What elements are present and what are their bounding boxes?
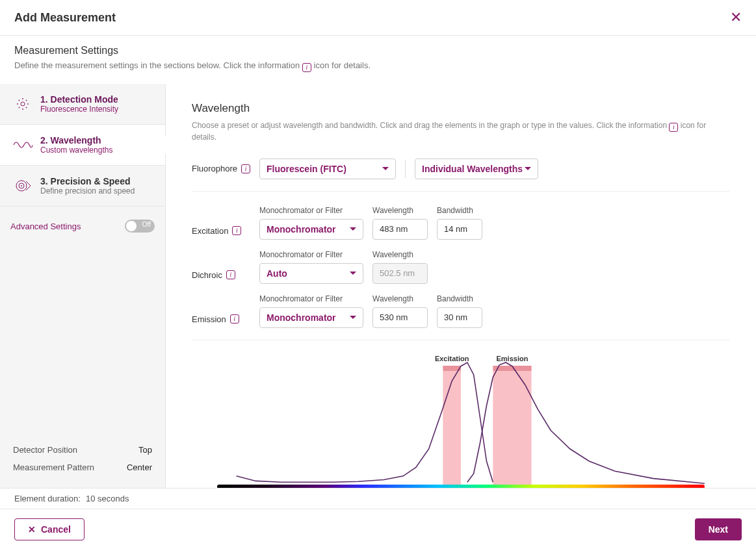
main-panel: Wavelength Choose a preset or adjust wav… xyxy=(166,84,756,488)
svg-point-0 xyxy=(21,102,25,106)
spectrum-chart[interactable]: ExcitationEmission3003504004505005506006… xyxy=(192,349,730,488)
emission-label: Emission i xyxy=(192,314,250,324)
excitation-mono-select[interactable]: Monochromator xyxy=(259,219,363,240)
emission-bandwidth-input[interactable]: 30 nm xyxy=(437,307,482,328)
step-detection-mode[interactable]: 1. Detection Mode Fluorescence Intensity xyxy=(0,84,165,125)
settings-desc-post: icon for details. xyxy=(311,60,371,70)
svg-rect-15 xyxy=(493,366,531,486)
chart-svg: ExcitationEmission3003504004505005506006… xyxy=(192,349,730,488)
dialog-footer: ✕ Cancel Next xyxy=(0,509,756,545)
emission-wavelength-value: 530 nm xyxy=(380,312,408,322)
svg-point-3 xyxy=(17,103,18,104)
info-icon[interactable]: i xyxy=(230,314,239,323)
panel-desc: Choose a preset or adjust wavelength and… xyxy=(192,120,730,143)
excitation-wavelength-input[interactable]: 483 nm xyxy=(372,219,428,240)
svg-point-2 xyxy=(22,108,23,109)
measurement-pattern-label: Measurement Pattern xyxy=(13,463,94,472)
step-title: 3. Precision & Speed xyxy=(40,176,135,186)
next-button[interactable]: Next xyxy=(695,518,742,540)
toggle-state: Off xyxy=(142,221,151,228)
panel-title: Wavelength xyxy=(192,102,730,115)
excitation-row: Excitation i Monochromator or Filter Mon… xyxy=(192,201,730,245)
svg-point-5 xyxy=(19,100,20,101)
advanced-settings-label: Advanced Settings xyxy=(10,222,81,231)
close-icon[interactable]: ✕ xyxy=(730,9,742,26)
divider xyxy=(405,160,406,178)
measurement-pattern-value: Center xyxy=(127,463,152,472)
dichroic-label: Dichroic i xyxy=(192,270,250,280)
emission-mono-value: Monochromator xyxy=(267,312,336,323)
info-icon[interactable]: i xyxy=(241,164,250,173)
step-precision-speed[interactable]: 3. Precision & Speed Define precision an… xyxy=(0,166,165,207)
settings-desc: Define the measurement settings in the s… xyxy=(14,60,742,72)
step-wavelength[interactable]: 2. Wavelength Custom wavelengths xyxy=(0,125,165,166)
toggle-knob xyxy=(126,221,137,231)
step-title: 2. Wavelength xyxy=(40,135,112,146)
settings-title: Measurement Settings xyxy=(14,45,742,57)
detection-mode-icon xyxy=(13,94,33,114)
svg-text:Excitation: Excitation xyxy=(435,355,469,362)
fluorophore-value: Fluorescein (FITC) xyxy=(267,164,346,174)
emission-wavelength-input[interactable]: 530 nm xyxy=(372,307,428,328)
svg-point-1 xyxy=(22,98,23,99)
excitation-wavelength-value: 483 nm xyxy=(380,224,408,234)
chevron-down-icon xyxy=(350,227,356,231)
svg-point-6 xyxy=(26,100,27,101)
svg-text:Emission: Emission xyxy=(496,355,528,362)
emission-row: Emission i Monochromator or Filter Monoc… xyxy=(192,289,730,333)
cancel-label: Cancel xyxy=(41,524,71,535)
chevron-down-icon xyxy=(382,167,389,170)
step-title: 1. Detection Mode xyxy=(40,94,118,105)
chevron-down-icon xyxy=(525,167,531,170)
emission-mono-select[interactable]: Monochromator xyxy=(259,307,363,328)
excitation-label-text: Excitation xyxy=(192,226,228,236)
col-wave: Wavelength xyxy=(372,206,428,215)
fluorophore-label: Fluorophore i xyxy=(192,164,250,173)
mode-select[interactable]: Individual Wavelengths xyxy=(415,158,538,179)
excitation-bandwidth-input[interactable]: 14 nm xyxy=(437,219,482,240)
separator xyxy=(192,191,730,192)
emission-label-text: Emission xyxy=(192,314,226,324)
svg-point-4 xyxy=(27,103,28,104)
dichroic-mono-select[interactable]: Auto xyxy=(259,263,363,284)
dialog-header: Add Measurement ✕ xyxy=(0,0,756,36)
fluorophore-row: Fluorophore i Fluorescein (FITC) Individ… xyxy=(192,153,730,184)
col-wave: Wavelength xyxy=(372,294,428,303)
step-sub: Define precision and speed xyxy=(40,186,135,196)
wizard-sidebar: 1. Detection Mode Fluorescence Intensity… xyxy=(0,84,166,488)
detector-position-label: Detector Position xyxy=(13,445,77,455)
fluorophore-select[interactable]: Fluorescein (FITC) xyxy=(259,158,396,179)
wavelength-icon xyxy=(13,135,33,155)
svg-point-8 xyxy=(26,107,27,108)
separator xyxy=(192,340,730,340)
col-bw: Bandwidth xyxy=(437,206,482,215)
step-sub: Fluorescence Intensity xyxy=(40,105,118,114)
svg-rect-12 xyxy=(443,366,461,486)
info-icon[interactable]: i xyxy=(226,270,235,279)
mode-value: Individual Wavelengths xyxy=(422,164,523,174)
col-bw: Bandwidth xyxy=(437,294,482,303)
dichroic-label-text: Dichroic xyxy=(192,270,222,280)
duration-value: 10 seconds xyxy=(86,494,129,503)
dichroic-wavelength-readout: 502.5 nm xyxy=(372,263,428,284)
info-icon: i xyxy=(302,63,311,72)
dichroic-mono-value: Auto xyxy=(267,268,287,279)
cancel-button[interactable]: ✕ Cancel xyxy=(14,518,85,540)
info-icon[interactable]: i xyxy=(232,226,241,235)
next-label: Next xyxy=(709,524,728,535)
duration-label: Element duration: xyxy=(14,494,81,503)
settings-desc-pre: Define the measurement settings in the s… xyxy=(14,60,302,70)
excitation-label: Excitation i xyxy=(192,226,250,236)
col-wave: Wavelength xyxy=(372,250,428,259)
subheader: Measurement Settings Define the measurem… xyxy=(0,36,756,84)
svg-point-7 xyxy=(19,107,20,108)
dialog-body: 1. Detection Mode Fluorescence Intensity… xyxy=(0,84,756,488)
sidebar-summary: Detector Position Top Measurement Patter… xyxy=(0,441,165,488)
svg-rect-18 xyxy=(217,485,705,488)
svg-point-11 xyxy=(21,185,22,186)
excitation-bandwidth-value: 14 nm xyxy=(444,224,467,234)
dichroic-row: Dichroic i Monochromator or Filter Auto … xyxy=(192,245,730,289)
advanced-settings-toggle[interactable]: Off xyxy=(125,220,155,233)
fluorophore-label-text: Fluorophore xyxy=(192,164,237,173)
detector-position-value: Top xyxy=(138,445,152,455)
